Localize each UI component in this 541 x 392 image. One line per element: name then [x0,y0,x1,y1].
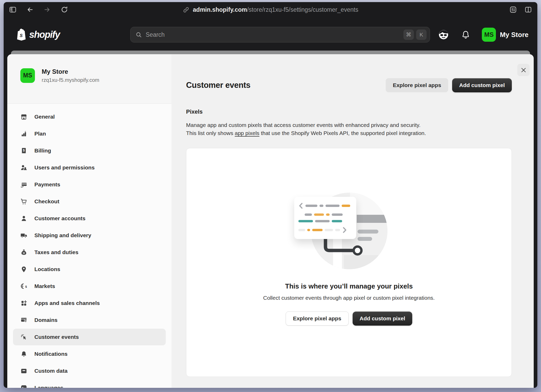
sidebar-item-label: General [34,114,55,120]
sidebar-item-label: Customer events [34,334,79,340]
languages-icon: A文 [20,384,27,388]
sidebar-item-label: Notifications [34,351,67,357]
settings-modal: MS My Store rzq1xu-f5.myshopify.com Gene… [7,54,534,388]
sidebar-item-label: Apps and sales channels [34,300,100,306]
sidebar-item-customer-accounts[interactable]: Customer accounts [13,210,166,227]
sidebar-toggle-icon[interactable] [9,6,17,14]
desktop: admin.shopify.com/store/rzq1xu-f5/settin… [0,0,541,392]
svg-text:S: S [20,33,23,38]
add-custom-pixel-button-empty[interactable]: Add custom pixel [353,311,412,326]
explore-pixel-apps-button-empty[interactable]: Explore pixel apps [286,311,349,326]
sidebar-item-label: Payments [34,181,60,188]
wireframe-bar-1 [358,230,378,234]
sidebar-item-taxes-and-duties[interactable]: Taxes and duties [13,244,166,261]
code-window [294,197,356,239]
sidebar-item-billing[interactable]: $ Billing [13,142,166,159]
sidebar-item-label: Plan [34,131,46,137]
description-line2-pre: This list only shows [186,130,235,136]
forward-icon[interactable] [43,6,51,14]
sidebar-item-users-and-permissions[interactable]: Users and permissions [13,159,166,176]
sidebar-item-customer-events[interactable]: Customer events [13,329,166,345]
domains-icon [20,317,27,324]
reload-icon[interactable] [60,6,68,14]
back-icon[interactable] [26,6,34,14]
close-settings-button[interactable] [517,64,530,76]
shopify-logo[interactable]: S shopify [4,28,60,41]
empty-state-actions: Explore pixel apps Add custom pixel [286,311,412,326]
description-line2-post: that use the Shopify Web Pixels API, the… [259,130,426,136]
sidebar-item-label: Locations [34,266,60,272]
sidebar-item-languages[interactable]: A文 Languages [13,379,166,388]
shopify-wordmark: shopify [29,29,60,40]
svg-text:$: $ [23,148,25,152]
header-actions: Explore pixel apps Add custom pixel [386,78,512,92]
link-icon [183,6,189,13]
sidebar-item-checkout[interactable]: Checkout [13,193,166,210]
sidebar-item-notifications[interactable]: Notifications [13,346,166,362]
explore-pixel-apps-button[interactable]: Explore pixel apps [386,78,448,92]
account-menu[interactable]: MS My Store [482,28,528,42]
svg-text:文: 文 [24,387,26,388]
sidebar-item-label: Markets [34,283,55,289]
sidebar-item-shipping-and-delivery[interactable]: Shipping and delivery [13,227,166,244]
sidebar-item-plan[interactable]: Plan [13,125,166,142]
checkout-icon [20,198,27,205]
users-icon [20,164,27,171]
empty-state-title: This is where you’ll manage your pixels [285,282,413,290]
sidebar-item-label: Billing [34,148,51,154]
content-header: Customer events Explore pixel apps Add c… [186,78,512,92]
wireframe-bar-dark [357,215,388,223]
sidebar-item-locations[interactable]: Locations [13,261,166,278]
empty-state-subtitle: Collect customer events through app pixe… [263,295,435,301]
taxes-icon [20,249,27,256]
sidebar-item-label: Taxes and duties [34,249,78,255]
add-custom-pixel-button[interactable]: Add custom pixel [452,78,512,92]
sidebar-item-general[interactable]: General [13,108,166,125]
settings-content: Customer events Explore pixel apps Add c… [171,54,534,388]
sidebar-item-label: Users and permissions [34,164,95,171]
payments-icon [20,181,27,188]
sidebar-item-domains[interactable]: Domains [13,312,166,328]
split-view-icon[interactable] [524,6,532,14]
pixels-empty-card: This is where you’ll manage your pixels … [186,148,512,377]
settings-nav: General Plan $ Billing Users and permiss… [7,104,171,388]
notifications-bell-icon[interactable] [461,30,470,39]
pixels-description: Manage app and custom pixels that access… [186,121,512,137]
pixels-illustration [294,192,404,270]
sidebar-item-markets[interactable]: $ Markets [13,278,166,295]
sidebar-item-label: Domains [34,317,58,323]
toolbar-right [509,6,532,14]
browser-toolbar: admin.shopify.com/store/rzq1xu-f5/settin… [4,2,537,17]
pixels-section-title: Pixels [186,108,512,115]
kbd-cmd: ⌘ [403,29,414,40]
store-name: My Store [42,68,99,75]
kbd-k: K [416,29,427,40]
sidebar-item-custom-data[interactable]: Custom data [13,363,166,379]
admin-header: S shopify Search ⌘ K MS [4,17,537,52]
search-input[interactable]: Search ⌘ K [130,27,430,42]
truck-icon [20,232,27,239]
apps-icon [20,300,27,307]
person-icon [20,215,27,222]
url-bar[interactable]: admin.shopify.com/store/rzq1xu-f5/settin… [183,6,358,13]
sidekick-assistant-icon[interactable] [438,29,450,41]
box-icon [20,368,27,375]
svg-text:$: $ [25,285,27,289]
sidebar-item-label: Customer accounts [34,215,85,222]
sidebar-item-label: Shipping and delivery [34,232,91,238]
close-icon [520,67,527,74]
plan-icon [20,130,27,137]
url-path: /store/rzq1xu-f5/settings/customer_event… [247,6,358,13]
page-settings-icon[interactable] [509,6,517,14]
page-title: Customer events [186,81,250,90]
app-pixels-link[interactable]: app pixels [235,130,260,136]
wireframe-block [344,255,378,269]
pin-icon [20,266,27,273]
account-avatar: MS [482,28,496,42]
sidebar-item-apps-and-sales-channels[interactable]: Apps and sales channels [13,295,166,311]
bell-icon [20,351,27,358]
events-icon [20,334,27,341]
header-right: MS My Store [438,17,528,52]
sidebar-item-payments[interactable]: Payments [13,176,166,193]
store-card[interactable]: MS My Store rzq1xu-f5.myshopify.com [7,54,171,104]
